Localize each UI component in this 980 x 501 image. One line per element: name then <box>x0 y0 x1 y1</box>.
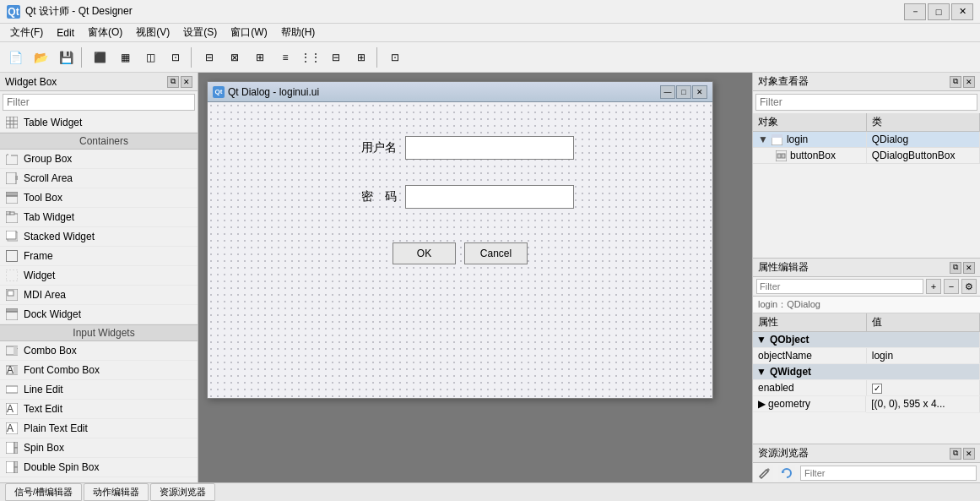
toolbar-btn-5[interactable]: ▦ <box>113 46 137 69</box>
toolbar-btn-6[interactable]: ◫ <box>138 46 162 69</box>
widget-item-widget[interactable]: Widget <box>0 266 198 286</box>
pe-toolbar: + − ⚙ <box>753 277 980 297</box>
widget-item-label: Combo Box <box>24 345 77 357</box>
pe-filter-input[interactable] <box>756 279 923 294</box>
widget-item-dock-widget[interactable]: Dock Widget <box>0 305 198 324</box>
oi-filter-input[interactable] <box>755 94 977 111</box>
toolbar-btn-14[interactable]: ⊞ <box>349 46 373 69</box>
title-bar: Qt Qt 设计师 - Qt Designer － □ ✕ <box>0 0 980 24</box>
svg-text:A: A <box>7 422 14 434</box>
menu-file[interactable]: 文件(F) <box>3 24 50 41</box>
widget-box-panel: Widget Box ⧉ ✕ Table Widget Containers <box>0 73 198 482</box>
oi-login-class: QDialog <box>866 132 979 148</box>
widget-item-table-widget[interactable]: Table Widget <box>0 113 198 133</box>
pe-value-geometry[interactable]: [(0, 0), 595 x 4... <box>866 396 979 413</box>
menu-settings[interactable]: 设置(S) <box>176 24 224 41</box>
rb-filter-input[interactable] <box>800 466 977 481</box>
toolbar-btn-12[interactable]: ⋮⋮ <box>299 46 322 69</box>
pe-close[interactable]: ✕ <box>963 262 975 274</box>
group-box-icon <box>5 152 19 166</box>
enabled-checkbox[interactable]: ✓ <box>872 384 882 394</box>
widget-item-group-box[interactable]: Group Box <box>0 150 198 169</box>
password-input[interactable] <box>405 185 574 209</box>
pe-row-enabled[interactable]: enabled ✓ <box>753 380 980 396</box>
toolbar-open[interactable]: 📂 <box>29 46 52 69</box>
widget-item-combo-box[interactable]: ▼ Combo Box <box>0 341 198 361</box>
oi-object-name: ▼ login <box>753 132 866 148</box>
svg-text:A: A <box>7 403 14 415</box>
menu-window[interactable]: 窗口(W) <box>224 24 273 41</box>
pe-path: login：QDialog <box>753 297 980 313</box>
ok-button[interactable]: OK <box>393 242 456 264</box>
cancel-button[interactable]: Cancel <box>464 242 528 264</box>
rb-float[interactable]: ⧉ <box>950 448 961 460</box>
menu-view[interactable]: 视图(V) <box>129 24 176 41</box>
svg-text:▼: ▼ <box>15 345 18 357</box>
toolbar-btn-9[interactable]: ⊠ <box>223 46 246 69</box>
dialog-restore[interactable]: □ <box>676 85 691 99</box>
widget-item-text-edit[interactable]: A Text Edit <box>0 400 198 419</box>
tab-signal-slot[interactable]: 信号/槽编辑器 <box>5 483 82 501</box>
svg-rect-34 <box>6 442 14 454</box>
oi-close[interactable]: ✕ <box>963 76 975 88</box>
svg-rect-38 <box>14 461 18 467</box>
toolbar-btn-11[interactable]: ≡ <box>273 46 297 69</box>
menu-help[interactable]: 帮助(H) <box>274 24 322 41</box>
rb-edit-btn[interactable] <box>756 465 773 482</box>
minimize-button[interactable]: － <box>904 3 926 20</box>
containers-section: Containers <box>0 133 198 150</box>
pe-float[interactable]: ⧉ <box>950 262 961 274</box>
toolbar-btn-13[interactable]: ⊟ <box>324 46 348 69</box>
svg-rect-9 <box>15 176 18 180</box>
menu-form[interactable]: 窗体(O) <box>81 24 129 41</box>
widget-item-spin-box[interactable]: Spin Box <box>0 438 198 458</box>
oi-float[interactable]: ⧉ <box>950 76 961 88</box>
widget-item-stacked-widget[interactable]: Stacked Widget <box>0 227 198 247</box>
close-button[interactable]: ✕ <box>951 3 973 20</box>
widget-item-scroll-area[interactable]: Scroll Area <box>0 169 198 188</box>
widget-item-line-edit[interactable]: Line Edit <box>0 380 198 400</box>
pe-config-btn[interactable]: ⚙ <box>961 279 977 294</box>
oi-row-buttonbox[interactable]: buttonBox QDialogButtonBox <box>753 148 980 164</box>
pe-row-objectname[interactable]: objectName login <box>753 348 980 364</box>
svg-rect-36 <box>14 448 18 454</box>
widget-box-float[interactable]: ⧉ <box>167 76 179 88</box>
toolbar-btn-10[interactable]: ⊞ <box>248 46 272 69</box>
widget-item-tool-box[interactable]: Tool Box <box>0 188 198 208</box>
widget-item-double-spin-box[interactable]: Double Spin Box <box>0 458 198 477</box>
widget-item-label: Plain Text Edit <box>24 422 88 434</box>
pe-qwidget-label: ▼ QWidget <box>753 364 980 380</box>
dialog-close[interactable]: ✕ <box>692 85 707 99</box>
username-input[interactable] <box>405 136 574 160</box>
dialog-minimize[interactable]: — <box>660 85 675 99</box>
pe-row-geometry[interactable]: ▶ geometry [(0, 0), 595 x 4... <box>753 396 980 413</box>
oi-col-object: 对象 <box>753 113 866 132</box>
oi-row-login[interactable]: ▼ login QDialog <box>753 132 980 148</box>
menu-edit[interactable]: Edit <box>50 25 81 41</box>
pe-col-property: 属性 <box>753 313 866 332</box>
pe-remove-btn[interactable]: − <box>944 279 959 294</box>
widget-item-tab-widget[interactable]: Tab Widget <box>0 208 198 227</box>
widget-item-plain-text-edit[interactable]: A Plain Text Edit <box>0 419 198 438</box>
toolbar-btn-4[interactable]: ⬛ <box>88 46 111 69</box>
pe-value-objectname[interactable]: login <box>866 348 979 364</box>
widget-item-mdi-area[interactable]: MDI Area <box>0 286 198 305</box>
tab-resource-browser[interactable]: 资源浏览器 <box>150 483 215 501</box>
toolbar-new[interactable]: 📄 <box>3 46 27 69</box>
toolbar-btn-7[interactable]: ⊡ <box>164 46 187 69</box>
maximize-button[interactable]: □ <box>928 3 950 20</box>
tab-action-editor[interactable]: 动作编辑器 <box>84 483 149 501</box>
rb-close[interactable]: ✕ <box>963 448 975 460</box>
toolbar-btn-8[interactable]: ⊟ <box>198 46 221 69</box>
dock-widget-icon <box>5 308 19 321</box>
toolbar-save[interactable]: 💾 <box>54 46 78 69</box>
widget-item-font-combo-box[interactable]: A Font Combo Box <box>0 361 198 380</box>
widget-box-close[interactable]: ✕ <box>181 76 192 88</box>
pe-add-btn[interactable]: + <box>926 279 941 294</box>
rb-refresh-btn[interactable] <box>778 465 795 482</box>
toolbar-btn-15[interactable]: ⊡ <box>383 46 407 69</box>
svg-rect-13 <box>6 211 10 215</box>
app-title: Qt 设计师 - Qt Designer <box>25 4 133 19</box>
widget-item-frame[interactable]: Frame <box>0 247 198 266</box>
widget-box-filter[interactable] <box>3 94 195 111</box>
